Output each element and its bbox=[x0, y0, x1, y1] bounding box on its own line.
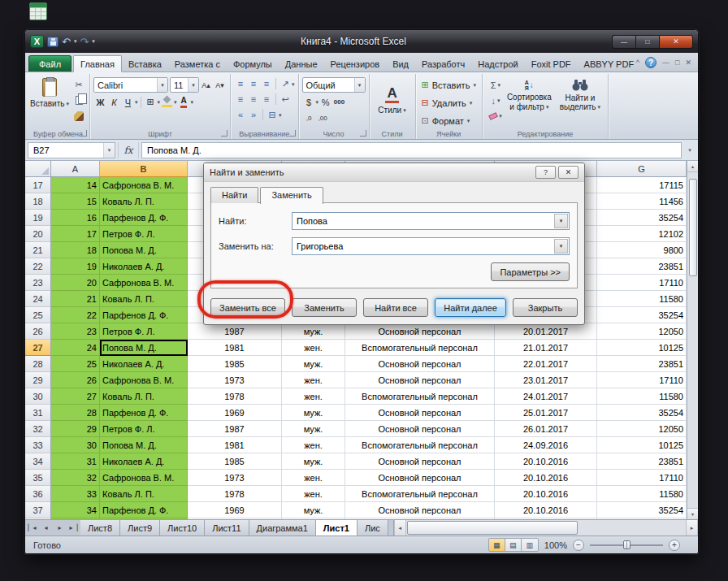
undo-dropdown-icon[interactable]: ▾ bbox=[74, 38, 77, 45]
find-combobox[interactable]: ▾ bbox=[292, 212, 570, 230]
decrease-indent-icon[interactable]: « bbox=[234, 108, 247, 121]
page-break-view-icon[interactable]: ▥ bbox=[522, 539, 538, 551]
accounting-format-icon[interactable]: $ bbox=[302, 95, 316, 109]
cell-G29[interactable]: 17110 bbox=[597, 372, 687, 388]
cell-D26[interactable]: муж. bbox=[282, 323, 345, 340]
row-header-26[interactable]: 26 bbox=[25, 323, 51, 340]
clear-icon[interactable]: ▾ bbox=[488, 109, 503, 123]
cell-F36[interactable]: 20.10.2016 bbox=[495, 486, 597, 502]
cell-D36[interactable]: жен. bbox=[282, 486, 345, 502]
row-header-29[interactable]: 29 bbox=[25, 372, 51, 388]
row-header-27[interactable]: 27 bbox=[25, 340, 51, 356]
cell-D31[interactable]: муж. bbox=[282, 405, 345, 421]
cell-G25[interactable]: 35254 bbox=[597, 307, 687, 323]
percent-style-icon[interactable]: % bbox=[318, 95, 332, 109]
dialog-tab-Найти[interactable]: Найти bbox=[210, 187, 258, 203]
chevron-down-icon[interactable]: ▾ bbox=[157, 78, 167, 92]
font-color-icon[interactable]: А bbox=[177, 95, 191, 109]
cell-B37[interactable]: Парфенов Д. Ф. bbox=[100, 502, 188, 518]
ribbon-tab-Вид[interactable]: Вид bbox=[386, 56, 415, 72]
cell-E33[interactable]: Вспомогательный персонал bbox=[345, 437, 495, 453]
row-header-23[interactable]: 23 bbox=[25, 275, 51, 291]
format-painter-icon[interactable] bbox=[72, 109, 86, 123]
prev-sheet-icon[interactable]: ◂ bbox=[39, 520, 53, 535]
delete-cells-button[interactable]: ⊟Удалить▾ bbox=[419, 95, 479, 111]
ribbon-tab-Вставка[interactable]: Вставка bbox=[122, 56, 168, 72]
row-header-37[interactable]: 37 bbox=[25, 502, 51, 518]
cell-D27[interactable]: жен. bbox=[282, 340, 345, 356]
cell-A22[interactable]: 19 bbox=[51, 258, 100, 275]
row-header-20[interactable]: 20 bbox=[25, 226, 51, 242]
replace-dropdown-icon[interactable]: ▾ bbox=[554, 239, 568, 254]
ribbon-tab-Главная[interactable]: Главная bbox=[73, 55, 122, 72]
scroll-up-icon[interactable]: ▴ bbox=[687, 161, 698, 172]
row-header-28[interactable]: 28 bbox=[25, 356, 51, 372]
cell-B27[interactable]: Попова М. Д. bbox=[100, 340, 188, 356]
workbook-minimize-icon[interactable]: — bbox=[662, 59, 670, 67]
cell-A24[interactable]: 21 bbox=[51, 291, 100, 307]
scroll-left-icon[interactable]: ◂ bbox=[394, 520, 406, 535]
row-header-30[interactable]: 30 bbox=[25, 388, 51, 405]
cell-A17[interactable]: 14 bbox=[51, 177, 100, 193]
row-header-17[interactable]: 17 bbox=[25, 177, 51, 193]
replace-all-button[interactable]: Заменить все bbox=[210, 298, 285, 317]
cell-F37[interactable]: 20.10.2016 bbox=[495, 502, 597, 518]
ribbon-tab-Формулы[interactable]: Формулы bbox=[227, 56, 279, 72]
column-header-A[interactable]: A bbox=[51, 161, 100, 177]
cell-A37[interactable]: 34 bbox=[51, 502, 100, 518]
cell-A26[interactable]: 23 bbox=[51, 323, 100, 340]
cell-G36[interactable]: 11580 bbox=[597, 486, 687, 502]
cell-B30[interactable]: Коваль Л. П. bbox=[100, 388, 188, 405]
replace-input[interactable] bbox=[292, 238, 569, 254]
cell-B33[interactable]: Попова М. Д. bbox=[100, 437, 188, 453]
cell-B32[interactable]: Петров Ф. Л. bbox=[100, 421, 188, 437]
chevron-down-icon[interactable]: ▾ bbox=[279, 112, 282, 118]
cell-A31[interactable]: 28 bbox=[51, 405, 100, 421]
find-all-button[interactable]: Найти все bbox=[363, 298, 428, 317]
cell-G21[interactable]: 9800 bbox=[597, 242, 687, 258]
chevron-down-icon[interactable]: ▾ bbox=[191, 99, 194, 105]
insert-cells-button[interactable]: ⊞Вставить▾ bbox=[419, 77, 479, 93]
cell-F35[interactable]: 20.10.2016 bbox=[495, 470, 597, 486]
ribbon-tab-Надстрой[interactable]: Надстрой bbox=[471, 56, 524, 72]
cell-E27[interactable]: Вспомогательный персонал bbox=[345, 340, 495, 356]
ribbon-tab-Рецензиров[interactable]: Рецензиров bbox=[324, 56, 387, 72]
cell-B28[interactable]: Николаев А. Д. bbox=[100, 356, 188, 372]
ribbon-tab-ABBYY PDF[interactable]: ABBYY PDF bbox=[578, 56, 641, 72]
cell-G32[interactable]: 12050 bbox=[597, 421, 687, 437]
zoom-in-icon[interactable]: + bbox=[669, 540, 680, 551]
increase-font-icon[interactable]: А▴ bbox=[199, 78, 213, 92]
cell-C27[interactable]: 1981 bbox=[188, 340, 282, 356]
cell-B19[interactable]: Парфенов Д. Ф. bbox=[100, 210, 188, 226]
cell-C37[interactable]: 1969 bbox=[188, 502, 282, 518]
zoom-out-icon[interactable]: − bbox=[573, 540, 584, 551]
horizontal-scrollbar-thumb[interactable] bbox=[407, 521, 578, 535]
cell-A32[interactable]: 29 bbox=[51, 421, 100, 437]
increase-indent-icon[interactable]: » bbox=[247, 108, 260, 121]
cell-F26[interactable]: 20.01.2017 bbox=[495, 323, 597, 340]
cell-A35[interactable]: 32 bbox=[51, 470, 100, 486]
sheet-tab-Лист1[interactable]: Лист1 bbox=[316, 520, 358, 535]
cell-A23[interactable]: 20 bbox=[51, 275, 100, 291]
find-dropdown-icon[interactable]: ▾ bbox=[554, 214, 568, 228]
italic-icon[interactable]: К bbox=[107, 95, 121, 109]
cell-G23[interactable]: 17110 bbox=[597, 275, 687, 291]
cell-D34[interactable]: муж. bbox=[282, 453, 345, 470]
align-left-icon[interactable]: ≡ bbox=[234, 93, 247, 106]
paste-button[interactable]: Вставить▾ bbox=[30, 76, 69, 128]
decrease-decimal-icon[interactable]: ,00 bbox=[316, 111, 330, 125]
cell-G37[interactable]: 35254 bbox=[597, 502, 687, 518]
cell-B18[interactable]: Коваль Л. П. bbox=[100, 193, 188, 210]
column-header-B[interactable]: B bbox=[100, 161, 188, 177]
desktop-spreadsheet-icon[interactable] bbox=[29, 2, 47, 20]
cell-C29[interactable]: 1973 bbox=[188, 372, 282, 388]
font-name-combobox[interactable]: Calibri▾ bbox=[93, 77, 168, 93]
format-cells-button[interactable]: ⊡Формат▾ bbox=[419, 113, 479, 128]
cell-F33[interactable]: 24.09.2016 bbox=[495, 437, 597, 453]
cell-E26[interactable]: Основной персонал bbox=[345, 323, 495, 340]
cell-A33[interactable]: 30 bbox=[51, 437, 100, 453]
dialog-close-button[interactable]: ✕ bbox=[558, 166, 578, 179]
cell-D37[interactable]: муж. bbox=[282, 502, 345, 518]
cell-G30[interactable]: 11580 bbox=[597, 388, 687, 405]
scroll-right-icon[interactable]: ▸ bbox=[686, 520, 698, 535]
